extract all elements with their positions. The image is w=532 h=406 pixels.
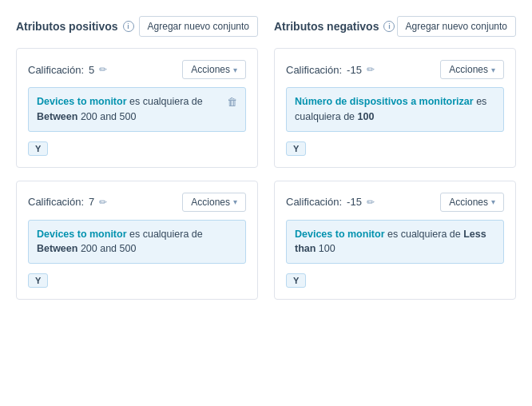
- positive-column-title: Atributos positivos: [16, 20, 118, 33]
- negative-column-header: Atributos negativos i Agregar nuevo conj…: [274, 16, 516, 37]
- positive-card-1-acciones-button[interactable]: Acciones ▾: [182, 60, 246, 79]
- positive-card-2-condition: Devices to monitor es cualquiera de Betw…: [28, 220, 246, 265]
- negative-card-1-condition: Número de dispositivos a monitorizar es …: [286, 87, 504, 132]
- positive-card-1-edit-icon[interactable]: ✏: [99, 64, 107, 75]
- negative-card-2-condition-text: Devices to monitor es cualquiera de Less…: [295, 227, 495, 257]
- positive-card-2-condition-mid: es cualquiera de: [127, 229, 203, 240]
- positive-column-header: Atributos positivos i Agregar nuevo conj…: [16, 16, 258, 37]
- positive-card-1-score-value: 5: [89, 64, 94, 76]
- positive-card-1: Calificación: 5 ✏ Acciones ▾ Devices to …: [16, 48, 258, 168]
- negative-add-button[interactable]: Agregar nuevo conjunto: [397, 16, 516, 37]
- positive-info-icon[interactable]: i: [123, 21, 134, 32]
- negative-info-icon[interactable]: i: [383, 21, 395, 32]
- positive-card-1-condition: Devices to monitor es cualquiera de Betw…: [28, 87, 246, 132]
- positive-card-1-and-label: Y: [28, 141, 48, 156]
- positive-card-1-score: Calificación: 5 ✏: [28, 64, 107, 76]
- positive-card-2-and-label: Y: [28, 273, 48, 288]
- negative-card-2-acciones-button[interactable]: Acciones ▾: [440, 193, 504, 212]
- negative-card-1-condition-bold: 100: [358, 111, 375, 122]
- negative-card-1-edit-icon[interactable]: ✏: [367, 64, 375, 75]
- positive-card-2-score-value: 7: [89, 196, 94, 208]
- negative-card-1-and-label: Y: [286, 141, 306, 156]
- positive-card-2-dropdown-arrow: ▾: [233, 197, 237, 206]
- negative-card-2-score: Calificación: -15 ✏: [286, 196, 375, 208]
- negative-card-2: Calificación: -15 ✏ Acciones ▾ Devices t…: [274, 181, 516, 301]
- positive-card-1-condition-text: Devices to monitor es cualquiera de Betw…: [37, 94, 220, 125]
- positive-card-1-header: Calificación: 5 ✏ Acciones ▾: [28, 60, 246, 79]
- negative-card-2-edit-icon[interactable]: ✏: [367, 197, 375, 208]
- negative-card-1-acciones-label: Acciones: [449, 64, 488, 75]
- negative-card-2-and-label: Y: [286, 273, 306, 288]
- negative-card-2-acciones-label: Acciones: [449, 197, 488, 208]
- negative-card-1-header: Calificación: -15 ✏ Acciones ▾: [286, 60, 504, 79]
- negative-card-2-score-label: Calificación:: [286, 196, 342, 208]
- negative-card-1: Calificación: -15 ✏ Acciones ▾ Número de…: [274, 48, 516, 168]
- positive-card-2-condition-rest: 200 and 500: [77, 243, 136, 254]
- positive-card-2-condition-text: Devices to monitor es cualquiera de Betw…: [37, 227, 237, 257]
- negative-card-2-header: Calificación: -15 ✏ Acciones ▾: [286, 193, 504, 212]
- negative-card-2-score-value: -15: [347, 196, 362, 208]
- negative-title-group: Atributos negativos i: [274, 20, 395, 33]
- positive-card-1-score-label: Calificación:: [28, 64, 84, 76]
- positive-add-button[interactable]: Agregar nuevo conjunto: [139, 16, 258, 37]
- positive-card-2-condition-link: Devices to monitor: [37, 229, 127, 240]
- negative-attributes-column: Atributos negativos i Agregar nuevo conj…: [274, 16, 516, 312]
- negative-card-1-dropdown-arrow: ▾: [491, 66, 495, 74]
- negative-card-1-acciones-button[interactable]: Acciones ▾: [440, 60, 504, 79]
- positive-card-2: Calificación: 7 ✏ Acciones ▾ Devices to …: [16, 181, 258, 301]
- positive-attributes-column: Atributos positivos i Agregar nuevo conj…: [16, 16, 258, 312]
- positive-card-1-condition-link: Devices to monitor: [37, 96, 127, 107]
- negative-card-1-score-value: -15: [347, 64, 362, 76]
- positive-card-2-score-label: Calificación:: [28, 196, 84, 208]
- positive-card-1-condition-rest: 200 and 500: [77, 111, 136, 122]
- negative-card-1-score-label: Calificación:: [286, 64, 342, 76]
- positive-card-1-condition-bold: Between: [37, 111, 77, 122]
- positive-card-2-header: Calificación: 7 ✏ Acciones ▾: [28, 193, 246, 212]
- positive-card-2-and-badge: Y: [28, 272, 246, 288]
- positive-card-2-score: Calificación: 7 ✏: [28, 196, 107, 208]
- positive-card-2-acciones-label: Acciones: [191, 197, 230, 208]
- negative-card-2-condition-mid: es cualquiera de: [385, 229, 464, 240]
- negative-card-1-and-badge: Y: [286, 140, 504, 156]
- positive-card-1-dropdown-arrow: ▾: [233, 66, 237, 74]
- positive-title-group: Atributos positivos i: [16, 20, 134, 33]
- negative-card-2-condition: Devices to monitor es cualquiera de Less…: [286, 220, 504, 265]
- positive-card-1-and-badge: Y: [28, 140, 246, 156]
- negative-card-2-condition-link: Devices to monitor: [295, 229, 385, 240]
- positive-card-1-delete-icon[interactable]: 🗑: [227, 96, 237, 108]
- positive-card-1-acciones-label: Acciones: [191, 64, 230, 75]
- negative-column-title: Atributos negativos: [274, 20, 379, 33]
- negative-card-1-condition-link: Número de dispositivos a monitorizar: [295, 96, 474, 107]
- negative-card-1-score: Calificación: -15 ✏: [286, 64, 375, 76]
- positive-card-2-condition-bold: Between: [37, 243, 77, 254]
- negative-card-2-dropdown-arrow: ▾: [491, 197, 495, 206]
- positive-card-2-edit-icon[interactable]: ✏: [99, 197, 107, 208]
- negative-card-1-condition-text: Número de dispositivos a monitorizar es …: [295, 94, 495, 125]
- positive-card-2-acciones-button[interactable]: Acciones ▾: [182, 193, 246, 212]
- main-columns: Atributos positivos i Agregar nuevo conj…: [16, 16, 516, 312]
- positive-card-1-condition-mid: es cualquiera de: [127, 96, 203, 107]
- negative-card-2-and-badge: Y: [286, 272, 504, 288]
- negative-card-2-condition-rest: 100: [316, 243, 335, 254]
